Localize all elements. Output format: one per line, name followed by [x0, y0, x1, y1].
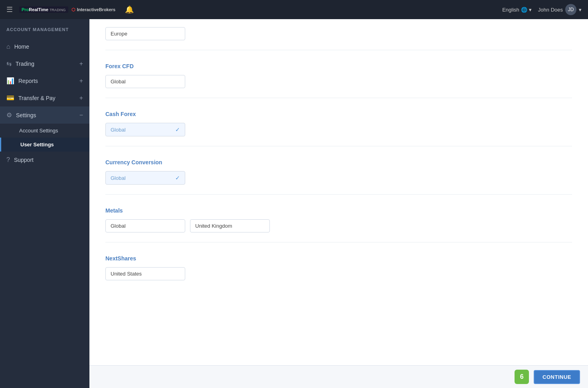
content-area: Europe Forex CFD Global Cash Forex [89, 19, 588, 365]
sidebar-support-left: ? Support [6, 156, 34, 163]
bell-icon[interactable]: 🔔 [125, 5, 134, 14]
topbar-right: English 🌐 ▾ John Does JD ▾ [502, 4, 582, 15]
prorealtime-logo: ProRealTime TRADING [19, 6, 68, 13]
currency-conversion-global-field[interactable]: Global ✓ [105, 171, 185, 185]
sidebar-home-left: ⌂ Home [6, 43, 29, 50]
currency-conversion-section: Currency Conversion Global ✓ [105, 159, 572, 195]
nextshares-title: NextShares [105, 255, 572, 262]
nextshares-fields: United States [105, 267, 572, 280]
settings-icon: ⚙ [6, 111, 12, 119]
account-settings-label: Account Settings [19, 128, 58, 134]
settings-collapse-icon: − [79, 112, 83, 119]
reports-icon: 📊 [6, 77, 14, 85]
sidebar-title: ACCOUNT MANAGEMENT [0, 19, 89, 38]
europe-fields: Europe [105, 27, 572, 40]
sidebar-reports-left: 📊 Reports [6, 77, 38, 85]
sidebar-item-support[interactable]: ? Support [0, 152, 89, 168]
sidebar-item-home[interactable]: ⌂ Home [0, 38, 89, 55]
topbar: ☰ ProRealTime TRADING ⬡ InteractiveBroke… [0, 0, 588, 19]
nextshares-section: NextShares United States [105, 255, 572, 290]
currency-conversion-check-icon: ✓ [175, 175, 180, 181]
forex-cfd-title: Forex CFD [105, 63, 572, 69]
home-icon: ⌂ [6, 43, 10, 50]
reports-expand-icon: + [79, 77, 83, 85]
trading-expand-icon: + [79, 60, 83, 67]
lang-chevron-icon: ▾ [529, 7, 532, 13]
sidebar-item-transfer[interactable]: 💳 Transfer & Pay + [0, 89, 89, 106]
sidebar-transfer-label: Transfer & Pay [18, 95, 55, 101]
cash-forex-check-icon: ✓ [175, 126, 180, 133]
cash-forex-title: Cash Forex [105, 111, 572, 117]
sidebar-transfer-left: 💳 Transfer & Pay [6, 94, 55, 102]
main-layout: ACCOUNT MANAGEMENT ⌂ Home ⇆ Trading + 📊 … [0, 19, 588, 388]
europe-field[interactable]: Europe [105, 27, 185, 40]
sidebar-settings-left: ⚙ Settings [6, 111, 36, 119]
topbar-left: ☰ ProRealTime TRADING ⬡ InteractiveBroke… [6, 5, 134, 14]
globe-icon: 🌐 [521, 7, 527, 13]
metals-global-field[interactable]: Global [105, 219, 185, 232]
sidebar: ACCOUNT MANAGEMENT ⌂ Home ⇆ Trading + 📊 … [0, 19, 89, 388]
forex-cfd-section: Forex CFD Global [105, 63, 572, 98]
europe-section: Europe [105, 27, 572, 50]
metals-uk-field[interactable]: United Kingdom [190, 219, 270, 232]
step-badge: 6 [515, 370, 529, 384]
sidebar-item-reports[interactable]: 📊 Reports + [0, 72, 89, 89]
cash-forex-global-field[interactable]: Global ✓ [105, 123, 185, 136]
cash-forex-section: Cash Forex Global ✓ [105, 111, 572, 146]
user-settings-label: User Settings [20, 142, 54, 148]
sidebar-trading-left: ⇆ Trading [6, 60, 34, 67]
user-name: John Does [538, 7, 563, 13]
hamburger-icon[interactable]: ☰ [6, 5, 13, 14]
footer-bar: 6 CONTINUE [89, 365, 588, 388]
sidebar-support-label: Support [14, 157, 34, 163]
sidebar-settings-label: Settings [16, 112, 36, 118]
sidebar-item-trading[interactable]: ⇆ Trading + [0, 55, 89, 72]
metals-fields: Global United Kingdom [105, 219, 572, 232]
sidebar-trading-label: Trading [16, 61, 34, 67]
user-selector[interactable]: John Does JD ▾ [538, 4, 582, 15]
avatar: JD [565, 4, 576, 15]
nextshares-us-field[interactable]: United States [105, 267, 185, 280]
sidebar-home-label: Home [14, 43, 29, 50]
metals-title: Metals [105, 207, 572, 214]
metals-section: Metals Global United Kingdom [105, 207, 572, 242]
transfer-icon: 💳 [6, 94, 14, 102]
currency-conversion-fields: Global ✓ [105, 171, 572, 185]
interactivebrokers-logo: ⬡ InteractiveBrokers [71, 7, 116, 12]
language-label: English [502, 7, 519, 13]
cash-forex-fields: Global ✓ [105, 123, 572, 136]
support-icon: ? [6, 156, 10, 163]
continue-button[interactable]: CONTINUE [534, 370, 580, 384]
currency-conversion-title: Currency Conversion [105, 159, 572, 165]
sidebar-subitem-account-settings[interactable]: Account Settings [0, 124, 89, 138]
sidebar-subitem-user-settings[interactable]: User Settings [0, 138, 89, 152]
forex-cfd-global-field[interactable]: Global [105, 75, 185, 88]
content-body: Europe Forex CFD Global Cash Forex [89, 19, 588, 365]
user-chevron-icon: ▾ [579, 7, 582, 13]
language-selector[interactable]: English 🌐 ▾ [502, 7, 532, 13]
forex-cfd-fields: Global [105, 75, 572, 88]
sidebar-reports-label: Reports [18, 78, 38, 84]
trading-icon: ⇆ [6, 60, 12, 67]
sidebar-item-settings[interactable]: ⚙ Settings − [0, 106, 89, 124]
transfer-expand-icon: + [79, 95, 83, 102]
